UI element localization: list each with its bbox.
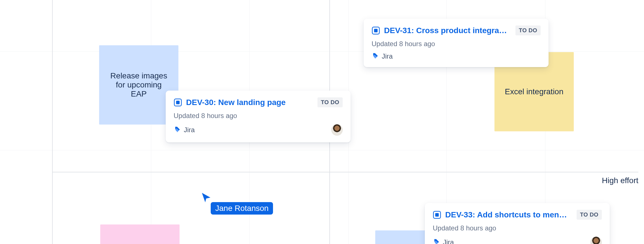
jira-source-label: Jira: [382, 52, 393, 60]
jira-source-badge: Jira: [174, 126, 195, 134]
whiteboard-canvas[interactable]: High effort Release images for upcoming …: [0, 0, 644, 244]
sticky-note-text: Release images for upcoming EAP: [107, 71, 170, 99]
svg-rect-1: [374, 29, 378, 32]
jira-logo-icon: [372, 53, 379, 60]
grid-line-h: [0, 150, 644, 150]
jira-logo-icon: [174, 126, 181, 134]
jira-issue-icon: [174, 98, 182, 107]
jira-logo-icon: [433, 239, 440, 244]
axis-label-right: High effort: [602, 176, 638, 185]
jira-card-title[interactable]: DEV-31: Cross product integration: [384, 26, 509, 35]
jira-card-updated: Updated 8 hours ago: [372, 40, 541, 48]
jira-card-title[interactable]: DEV-30: New landing page: [186, 98, 286, 107]
jira-source-label: Jira: [443, 238, 454, 244]
jira-card[interactable]: DEV-31: Cross product integration TO DO …: [364, 19, 549, 67]
sticky-note-text: Excel integration: [505, 87, 563, 96]
jira-issue-icon: [372, 26, 380, 35]
jira-card[interactable]: DEV-30: New landing page TO DO Updated 8…: [166, 91, 351, 142]
jira-source-label: Jira: [184, 126, 195, 134]
jira-issue-icon: [433, 211, 441, 219]
jira-source-badge: Jira: [433, 238, 454, 244]
cursor-icon: [201, 192, 212, 203]
axis-horizontal: [52, 172, 638, 172]
remote-cursor-label: Jane Rotanson: [211, 202, 273, 215]
svg-rect-5: [435, 213, 439, 217]
status-badge: TO DO: [577, 210, 602, 220]
jira-card-updated: Updated 8 hours ago: [174, 112, 343, 120]
jira-card-title[interactable]: DEV-33: Add shortcuts to menu it..: [445, 210, 570, 219]
axis-vertical: [52, 0, 53, 244]
avatar[interactable]: [331, 124, 343, 136]
status-badge: TO DO: [317, 97, 343, 107]
status-badge: TO DO: [515, 25, 541, 35]
jira-card[interactable]: DEV-33: Add shortcuts to menu it.. TO DO…: [425, 203, 610, 244]
svg-rect-3: [176, 100, 180, 104]
sticky-note[interactable]: [100, 224, 180, 244]
avatar[interactable]: [590, 237, 602, 244]
jira-source-badge: Jira: [372, 52, 393, 60]
jira-card-updated: Updated 8 hours ago: [433, 224, 602, 232]
remote-cursor: Jane Rotanson: [201, 192, 212, 203]
